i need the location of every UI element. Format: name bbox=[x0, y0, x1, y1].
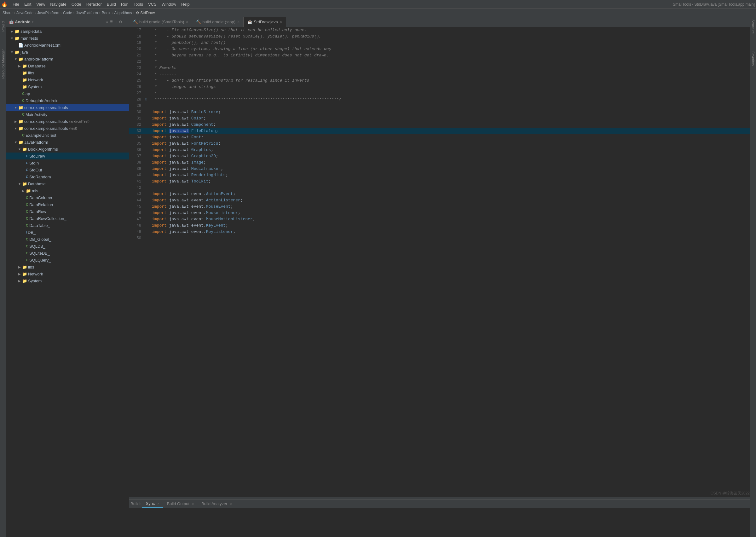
tree-item-db[interactable]: I DB_ bbox=[6, 229, 129, 236]
tree-item-manifests[interactable]: ▼ 📁 manifests bbox=[6, 35, 129, 42]
build-label: Build: bbox=[131, 501, 141, 506]
chevron-com-example: ▼ bbox=[14, 106, 18, 109]
tree-item-com-example-test[interactable]: ▼ 📁 com.example.smalltools (test) bbox=[6, 125, 129, 132]
tree-item-com-example[interactable]: ▼ 📁 com.example.smalltools bbox=[6, 104, 129, 111]
tree-item-androidplatform[interactable]: ▼ 📁 androidPlatform bbox=[6, 56, 129, 62]
bottom-tab-build-output-close[interactable]: × bbox=[192, 502, 194, 506]
breadcrumb-javaplatform1[interactable]: JavaPlatform bbox=[37, 11, 59, 15]
tree-item-exampleunittest[interactable]: C ExampleUnitTest bbox=[6, 132, 129, 139]
line-content-34: import java.awt.Font; bbox=[151, 134, 750, 141]
menu-vcs[interactable]: VCS bbox=[145, 1, 159, 8]
horizontal-scrollbar[interactable] bbox=[129, 497, 750, 499]
fold-icon-23 bbox=[145, 65, 149, 71]
class-icon-datarowcollection: C bbox=[26, 217, 28, 220]
tree-item-database2[interactable]: ▼ 📁 Database bbox=[6, 180, 129, 187]
menu-edit[interactable]: Edit bbox=[22, 1, 34, 8]
menu-tools[interactable]: Tools bbox=[131, 1, 145, 8]
panel-dropdown-icon[interactable]: ▾ bbox=[32, 20, 34, 24]
line-num-19: 19 bbox=[129, 40, 145, 46]
tree-item-stdrandom[interactable]: C StdRandom bbox=[6, 173, 129, 180]
tree-label-db-global: DB_Global_ bbox=[29, 237, 51, 242]
breadcrumb-javacode[interactable]: JavaCode bbox=[17, 11, 33, 15]
breadcrumb-book[interactable]: Book bbox=[102, 11, 110, 15]
breadcrumb-share[interactable]: Share bbox=[3, 11, 13, 15]
tree-item-javaplatform[interactable]: ▼ 📁 JavaPlatform bbox=[6, 139, 129, 145]
folder-icon-com-example: 📁 bbox=[18, 105, 23, 110]
tree-item-sqlitedb[interactable]: C SQLiteDB_ bbox=[6, 250, 129, 257]
code-editor[interactable]: 17 * - Fix setCanvasSize() so that it ca… bbox=[129, 27, 750, 497]
tree-item-system2[interactable]: ▶ 📁 System bbox=[6, 277, 129, 284]
tree-item-db-global[interactable]: C DB_Global_ bbox=[6, 236, 129, 243]
tree-item-sqlquery[interactable]: C SQLQuery_ bbox=[6, 257, 129, 264]
tree-item-stdout[interactable]: C StdOut bbox=[6, 166, 129, 173]
tree-item-datarelation[interactable]: C DataRelation_ bbox=[6, 201, 129, 208]
tree-item-libs2[interactable]: ▶ 📁 libs bbox=[6, 264, 129, 270]
panel-action-close[interactable]: — bbox=[124, 19, 126, 24]
tab-stddraw-java[interactable]: ☕ StdDraw.java × bbox=[244, 17, 286, 27]
tree-item-sampledata[interactable]: ▶ 📁 sampledata bbox=[6, 28, 129, 35]
class-icon-datarow: C bbox=[26, 210, 28, 213]
tree-item-debuginfoadroid[interactable]: C DebugInfoAndroid bbox=[6, 97, 129, 104]
class-icon-sqldb: C bbox=[26, 244, 28, 248]
tree-item-network2[interactable]: ▶ 📁 Network bbox=[6, 270, 129, 277]
menu-window[interactable]: Window bbox=[159, 1, 179, 8]
menu-help[interactable]: Help bbox=[179, 1, 192, 8]
tree-item-mis[interactable]: ▶ 📁 mis bbox=[6, 187, 129, 194]
menu-code[interactable]: Code bbox=[69, 1, 84, 8]
tree-item-datarowcollection[interactable]: C DataRowCollection_ bbox=[6, 215, 129, 222]
tree-item-database[interactable]: ▶ 📁 Database bbox=[6, 62, 129, 69]
tree-item-java[interactable]: ▼ 📁 java bbox=[6, 49, 129, 56]
breadcrumb-algorithms[interactable]: Algorithms bbox=[114, 11, 132, 15]
project-strip-label[interactable]: Project bbox=[1, 18, 6, 34]
menu-view[interactable]: View bbox=[34, 1, 48, 8]
tree-item-stdin[interactable]: C StdIn bbox=[6, 159, 129, 166]
tree-item-system[interactable]: 📁 System bbox=[6, 83, 129, 90]
tab-build-gradle-app[interactable]: 🔨 build.gradle (:app) × bbox=[192, 17, 244, 27]
tree-item-libs[interactable]: 📁 libs bbox=[6, 69, 129, 76]
tree-item-com-example-androidtest[interactable]: ▶ 📁 com.example.smalltools (androidTest) bbox=[6, 118, 129, 125]
tree-item-book-algorithms[interactable]: ▼ 📁 Book.Algorithms bbox=[6, 145, 129, 152]
structure-strip-label[interactable]: Structure bbox=[751, 17, 756, 36]
line-content-37: import java.awt.Graphics2D; bbox=[151, 153, 750, 159]
tree-item-androidmanifest[interactable]: 📄 AndroidManifest.xml bbox=[6, 42, 129, 49]
fold-icon-18 bbox=[145, 33, 149, 40]
tree-item-network[interactable]: 📁 Network bbox=[6, 76, 129, 83]
menu-refactor[interactable]: Refactor bbox=[84, 1, 104, 8]
panel-action-settings[interactable]: ⚙ bbox=[119, 19, 122, 24]
bottom-tab-build-analyzer-close[interactable]: × bbox=[230, 502, 232, 506]
bottom-tab-sync-close[interactable]: × bbox=[157, 502, 159, 506]
bottom-tab-sync[interactable]: Sync × bbox=[142, 500, 163, 508]
tree-item-datacolumn[interactable]: C DataColumn_ bbox=[6, 194, 129, 201]
tree-item-stddraw[interactable]: C StdDraw bbox=[6, 152, 129, 159]
favorites-strip-label[interactable]: Favorites bbox=[751, 49, 756, 68]
menu-file[interactable]: File bbox=[10, 1, 22, 8]
resource-manager-strip-label[interactable]: Resource Manager bbox=[1, 47, 6, 81]
fold-icon-28[interactable]: ⊟ bbox=[145, 97, 149, 103]
breadcrumb-javaplatform2[interactable]: JavaPlatform bbox=[76, 11, 98, 15]
tree-item-datatable[interactable]: C DataTable_ bbox=[6, 222, 129, 229]
tree-item-mainactivity[interactable]: C MainActivity bbox=[6, 111, 129, 118]
tree-label-libs2: libs bbox=[28, 265, 34, 269]
fold-icon-24 bbox=[145, 71, 149, 77]
line-num-26: 26 bbox=[129, 84, 145, 90]
tab-close-build-gradle-smalltools[interactable]: × bbox=[186, 20, 188, 24]
menu-run[interactable]: Run bbox=[118, 1, 131, 8]
tab-close-build-gradle-app[interactable]: × bbox=[237, 20, 240, 24]
panel-action-expand[interactable]: ≡ bbox=[110, 19, 112, 24]
tab-build-gradle-smalltools[interactable]: 🔨 build.gradle (SmallTools) × bbox=[129, 17, 192, 27]
tab-close-stddraw-java[interactable]: × bbox=[280, 20, 282, 24]
panel-action-collapse[interactable]: ⊟ bbox=[115, 19, 117, 24]
line-content-31: import java.awt.Color; bbox=[151, 115, 750, 122]
breadcrumb-stddraw[interactable]: ⚙ StdDraw bbox=[136, 11, 155, 15]
breadcrumb-code[interactable]: Code bbox=[63, 11, 72, 15]
panel-action-locate[interactable]: ⊕ bbox=[105, 19, 108, 24]
project-panel-header: 🤖 Android ▾ ⊕ ≡ ⊟ ⚙ — bbox=[6, 17, 129, 27]
menu-build[interactable]: Build bbox=[104, 1, 118, 8]
tree-item-ap[interactable]: C ap bbox=[6, 90, 129, 97]
bottom-tab-build-output[interactable]: Build Output × bbox=[163, 500, 198, 507]
tree-item-datarow[interactable]: C DataRow_ bbox=[6, 208, 129, 215]
tree-label-com-example: com.example.smalltools bbox=[24, 105, 68, 110]
tree-item-sqldb[interactable]: C SQLDB_ bbox=[6, 243, 129, 250]
menu-navigate[interactable]: Navigate bbox=[48, 1, 69, 8]
bottom-tab-build-analyzer[interactable]: Build Analyzer × bbox=[198, 500, 235, 507]
